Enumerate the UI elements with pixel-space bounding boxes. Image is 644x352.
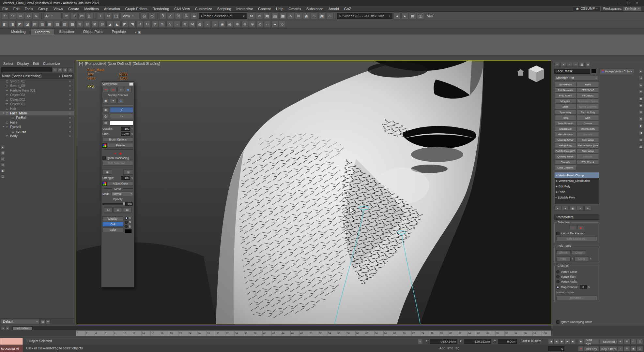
explorer-column-headers[interactable]: Name (Sorted Descending) ▼ Frozen [0, 73, 74, 79]
frozen-dot-icon[interactable] [69, 81, 71, 82]
pan-view-icon[interactable]: + [617, 346, 623, 351]
paint-color-icon[interactable]: ▨ [102, 120, 109, 125]
ribbon-minimize-icon[interactable]: ▾ [135, 31, 137, 34]
channel-dropdown-icon[interactable]: ▾ [110, 98, 116, 103]
modifier-button[interactable]: MeshSmooth [554, 132, 576, 137]
ring-button[interactable]: Ring [556, 257, 571, 261]
tool-icon[interactable]: ⊖ [241, 21, 248, 28]
set-key-icon[interactable]: ◆ [578, 346, 584, 351]
strength-field[interactable]: 100 [121, 176, 130, 180]
select-object-icon[interactable]: ▱ [63, 12, 70, 20]
tool-icon[interactable]: ⊞ [76, 21, 83, 28]
modifier-button[interactable]: Data Channel [554, 165, 576, 170]
signin-account-button[interactable]: ◉ CGBUMP ▾ [573, 6, 600, 11]
modifier-button[interactable]: PathDeform (WS [554, 148, 576, 154]
menu-item[interactable]: Views [51, 6, 65, 12]
sharpen-brush-icon[interactable]: ◎ [123, 169, 133, 175]
macro-recorder-field[interactable] [0, 338, 23, 345]
list-item[interactable]: ▢ Hair [0, 106, 74, 111]
hierarchy-tab-icon[interactable]: ≡ [567, 62, 572, 67]
side-toolbar-icon[interactable]: ⊞ [639, 110, 643, 114]
size-field[interactable]: 0.2cm [121, 132, 130, 136]
modifier-button[interactable]: Surface [577, 132, 599, 137]
menu-item[interactable]: Animation [102, 6, 122, 12]
list-item[interactable]: ▢ Object002 [0, 97, 74, 102]
delete-layer-icon[interactable]: ⊠ [123, 207, 131, 213]
vertex-alpha-display-icon[interactable]: ○ [117, 87, 124, 92]
modify-tab-icon[interactable]: ◑ [560, 62, 566, 67]
orbit-icon[interactable]: ↻ [624, 346, 630, 351]
display-tab-icon[interactable]: ▦ [579, 62, 585, 67]
modifier-button[interactable]: Unwrap UVW [554, 137, 576, 142]
go-to-end-icon[interactable]: ▶| [570, 339, 576, 344]
side-toolbar-icon[interactable]: ▣ [639, 96, 643, 101]
ribbon-tab[interactable]: Populate [107, 29, 130, 35]
render-icon[interactable]: ♨ [326, 12, 333, 20]
selection-filter-dropdown[interactable]: All▾ [43, 13, 62, 19]
side-toolbar-icon[interactable]: ▸ [639, 69, 643, 73]
new-layer-icon[interactable]: ⊞ [114, 207, 122, 213]
menu-item[interactable]: Edit [11, 6, 22, 12]
x-coordinate-field[interactable]: -263.424cm [430, 339, 457, 344]
make-unique-icon[interactable]: ▣ [569, 206, 576, 211]
menu-item[interactable]: Scripting [215, 6, 234, 12]
undo-icon[interactable]: ↶ [1, 12, 8, 20]
layout-tab-icon[interactable]: ⊞ [1, 163, 5, 167]
layout-tab-icon[interactable]: ◧ [1, 169, 5, 173]
auto-key-icon[interactable]: ◆ [578, 339, 584, 344]
side-toolbar-icon[interactable]: ◉ [639, 103, 643, 108]
shrink-button[interactable]: Shrink [556, 250, 571, 255]
pin-stack-icon[interactable]: ▾ [554, 206, 561, 211]
explorer-settings-icon[interactable]: ⊞ [46, 319, 50, 324]
modifier-button[interactable]: Twist [554, 115, 576, 120]
search-config-icon[interactable]: ▾ [58, 67, 62, 72]
modifier-button[interactable]: Edit Normals [554, 87, 576, 93]
modifier-button[interactable]: Shell [554, 104, 576, 109]
modifier-button[interactable]: OpenSubdiv [577, 126, 599, 131]
dialog-button[interactable] [129, 82, 133, 86]
select-and-link-icon[interactable]: ∞ [17, 12, 24, 20]
modifier-stack-item[interactable]: ▸ Editable Poly [555, 195, 599, 200]
menu-item[interactable]: Group [36, 6, 51, 12]
menu-item[interactable]: Tools [23, 6, 36, 12]
tool-icon[interactable]: ◕ [211, 21, 218, 28]
list-item[interactable]: ▢ Object003 [0, 93, 74, 97]
cull-button[interactable]: Cull [102, 222, 123, 227]
tool-icon[interactable]: ⊘ [256, 21, 263, 28]
visibility-toggle-icon[interactable]: ◉ [556, 191, 558, 193]
disable-display-icon[interactable]: ◆ [125, 87, 131, 92]
layout-tab-icon[interactable]: ▤ [1, 151, 5, 155]
brush-options-button[interactable]: Brush Options [102, 137, 133, 142]
tool-icon[interactable]: ⊗ [249, 21, 256, 28]
tool-icon[interactable]: ▥ [39, 21, 46, 28]
tool-icon[interactable]: ∿ [166, 21, 173, 28]
vertex-color-channel-icon[interactable]: ▣ [102, 98, 109, 103]
vertex-alpha-radio[interactable] [556, 280, 560, 283]
show-end-result-icon[interactable]: ∎ [562, 206, 569, 211]
use-pivot-icon[interactable]: ◎ [141, 12, 148, 20]
layer-opacity-field[interactable]: 100 [125, 202, 133, 206]
frozen-dot-icon[interactable] [69, 99, 71, 100]
tool-icon[interactable]: ⋈ [189, 21, 196, 28]
ribbon-tab[interactable]: Modeling [7, 29, 30, 35]
menu-item[interactable]: File [0, 6, 10, 12]
spinner-icon[interactable]: ⇅ [572, 257, 574, 260]
modifier-button[interactable]: FFD 3x3x3 [577, 87, 599, 93]
tool-icon[interactable]: ◇ [279, 21, 286, 28]
channel-r-radio[interactable] [125, 216, 128, 220]
opacity-field[interactable]: 100 [121, 127, 130, 131]
minimize-button[interactable]: ─ [615, 1, 623, 5]
vertex-color-radio[interactable] [556, 270, 560, 273]
explorer-menu-item[interactable]: Customize [41, 62, 62, 66]
explorer-menu-item[interactable]: Edit [31, 62, 41, 66]
blur-brush-icon[interactable]: ◉ [102, 169, 112, 175]
side-toolbar-icon[interactable]: ◨ [639, 131, 643, 135]
list-item[interactable]: ▢ Face [0, 120, 74, 125]
tool-icon[interactable]: ⊕ [234, 21, 241, 28]
erase-brush-button[interactable]: ▭ [110, 114, 133, 119]
modifier-button[interactable]: CreaseSet [554, 126, 576, 131]
side-toolbar-icon[interactable]: ▥ [639, 144, 643, 149]
go-to-start-icon[interactable]: |◀ [548, 339, 554, 344]
modifier-button[interactable]: FFD(box) [577, 93, 599, 98]
spinner-snap-icon[interactable]: ⇅ [183, 12, 190, 20]
